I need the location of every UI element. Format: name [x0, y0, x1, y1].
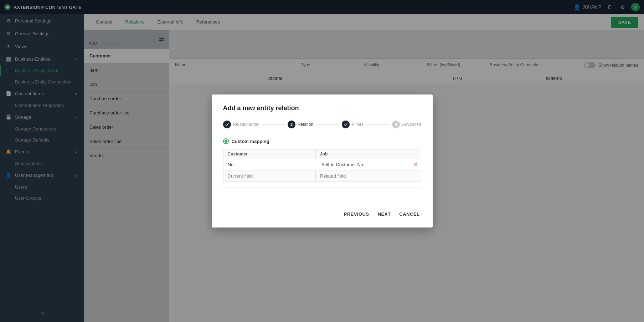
modal-title: Add a new entity relation: [223, 104, 421, 112]
wizard-step-filters: Filters: [342, 121, 364, 128]
step-label-1: Related entity: [233, 122, 259, 127]
target-entity-header: Job: [316, 149, 408, 159]
source-entity-header: Customer: [223, 149, 316, 159]
action-col-header: [408, 149, 421, 159]
next-button[interactable]: NEXT: [376, 209, 392, 219]
wizard-step-related-entity: Related entity: [223, 121, 259, 128]
modal-overlay: Add a new entity relation Related entity: [0, 0, 644, 322]
modal-dialog: Add a new entity relation Related entity: [212, 94, 433, 228]
relation-section: Custom mapping Customer Job No. Sell-to …: [223, 138, 421, 182]
mapping-data-row-1: No. Sell-to Customer No. ✕: [223, 159, 421, 170]
delete-mapping-button[interactable]: ✕: [411, 159, 421, 170]
modal-body: Add a new entity relation Related entity: [212, 94, 433, 204]
step-circle-3: [342, 121, 350, 128]
target-field-value: Sell-to Customer No.: [317, 159, 411, 170]
wizard-steps: Related entity 2 Relation: [223, 121, 421, 128]
divider: [223, 188, 421, 188]
step-label-3: Filters: [352, 122, 364, 127]
radio-inner: [225, 140, 227, 143]
custom-mapping-label: Custom mapping: [232, 139, 269, 144]
source-field-value: No.: [223, 159, 317, 170]
step-circle-1: [223, 121, 231, 128]
step-label-2: Relation: [298, 122, 313, 127]
step-circle-4: 4: [392, 121, 400, 128]
mapping-placeholder-row: [223, 170, 421, 182]
cancel-button[interactable]: CANCEL: [398, 209, 421, 219]
current-field-input[interactable]: [223, 170, 316, 182]
wizard-step-advanced: 4 Advanced: [392, 121, 421, 128]
mapping-header-row: Customer Job: [223, 149, 421, 159]
step-line-1: [262, 124, 285, 125]
custom-mapping-radio[interactable]: [223, 138, 229, 144]
step-label-4: Advanced: [402, 122, 421, 127]
custom-mapping-header: Custom mapping: [223, 138, 421, 144]
wizard-step-relation: 2 Relation: [288, 121, 313, 128]
previous-button[interactable]: PREVIOUS: [342, 209, 370, 219]
modal-footer: PREVIOUS NEXT CANCEL: [212, 204, 433, 228]
step-circle-2: 2: [288, 121, 295, 128]
empty-action: [408, 170, 421, 182]
step-line-2: [316, 124, 339, 125]
related-field-input[interactable]: [315, 170, 408, 182]
step-line-3: [366, 124, 389, 125]
